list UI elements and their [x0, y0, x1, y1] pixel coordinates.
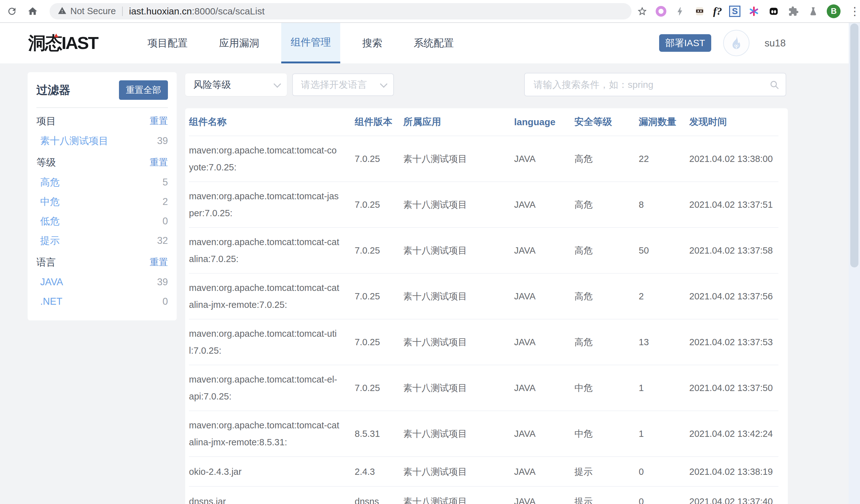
- filter-sidebar: 过滤器 重置全部 项目 重置 素十八测试项目 39 等级 重置 高危 5 中危 …: [28, 72, 177, 320]
- column-header: 组件版本: [355, 115, 403, 128]
- extension-ring-icon[interactable]: [656, 6, 666, 17]
- cell-found-time: 2021.04.02 13:37:58: [689, 242, 778, 259]
- filter-item-link[interactable]: 中危: [40, 195, 60, 208]
- cell-component-name: maven:org.apache.tomcat:tomcat-catalina-…: [189, 417, 355, 451]
- cell-application: 素十八测试项目: [403, 242, 514, 259]
- address-separator: [122, 6, 123, 16]
- page-scrollbar-track[interactable]: [849, 23, 860, 504]
- filter-section-level: 等级 重置 高危 5 中危 2 低危 0 提示 32: [37, 153, 168, 250]
- filter-section-reset-link[interactable]: 重置: [150, 256, 168, 269]
- browser-toolbar: Not Secure iast.huoxian.cn:8000/sca/scaL…: [0, 0, 860, 23]
- cell-component-version: 7.0.25: [355, 334, 403, 350]
- filter-item-count: 0: [162, 216, 168, 227]
- filter-item-count: 0: [162, 296, 168, 307]
- extension-fq-icon[interactable]: f?: [713, 5, 722, 17]
- reload-icon[interactable]: [6, 5, 18, 18]
- table-header-row: 组件名称组件版本所属应用language安全等级漏洞数量发现时间: [189, 108, 778, 136]
- filter-item-link[interactable]: .NET: [40, 296, 62, 307]
- url-path: :8000/sca/scaList: [192, 6, 264, 16]
- filter-item: 高危 5: [37, 173, 168, 192]
- page-scrollbar-thumb[interactable]: [850, 24, 858, 268]
- language-select[interactable]: 请选择开发语言: [292, 73, 394, 96]
- browser-profile-avatar[interactable]: B: [827, 4, 841, 18]
- browser-menu-icon[interactable]: ⋮: [849, 6, 860, 17]
- cell-language: JAVA: [514, 463, 574, 480]
- filter-section-label: 项目: [37, 115, 56, 128]
- risk-level-select[interactable]: 风险等级: [185, 73, 287, 96]
- cell-component-version: 7.0.25: [355, 150, 403, 167]
- cell-application: 素十八测试项目: [403, 150, 514, 167]
- not-secure-warning-icon[interactable]: [58, 6, 67, 16]
- user-avatar[interactable]: [723, 30, 749, 56]
- table-row[interactable]: maven:org.apache.tomcat:tomcat-catalina:…: [189, 227, 778, 273]
- table-row[interactable]: dnsns.jar dnsns 素十八测试项目 JAVA 提示 0 2021.0…: [189, 486, 778, 504]
- cell-found-time: 2021.04.02 13:37:51: [689, 196, 778, 213]
- cell-vuln-count: 8: [639, 196, 689, 213]
- filter-item-link[interactable]: 低危: [40, 215, 60, 228]
- table-row[interactable]: maven:org.apache.tomcat:tomcat-coyote:7.…: [189, 136, 778, 182]
- filter-item-link[interactable]: JAVA: [40, 276, 63, 288]
- table-row[interactable]: maven:org.apache.tomcat:tomcat-catalina-…: [189, 273, 778, 319]
- cell-application: 素十八测试项目: [403, 334, 514, 350]
- cell-security-level: 提示: [574, 493, 639, 504]
- filter-section-reset-link[interactable]: 重置: [150, 115, 168, 127]
- nav-tab-component-mgmt[interactable]: 组件管理: [281, 23, 340, 63]
- username-label[interactable]: su18: [764, 23, 786, 63]
- extension-pinwheel-icon[interactable]: [748, 5, 760, 18]
- cell-security-level: 中危: [574, 425, 639, 442]
- filter-item-count: 32: [157, 235, 168, 246]
- search-box: [524, 73, 786, 96]
- cell-found-time: 2021.04.02 13:37:50: [689, 379, 778, 397]
- table-row[interactable]: maven:org.apache.tomcat:tomcat-el-api:7.…: [189, 365, 778, 411]
- cell-component-version: 7.0.25: [355, 242, 403, 259]
- cell-application: 素十八测试项目: [403, 379, 514, 397]
- nav-tab-system-config[interactable]: 系统配置: [404, 23, 463, 63]
- deploy-iast-button[interactable]: 部署IAST: [659, 34, 711, 52]
- table-row[interactable]: maven:org.apache.tomcat:tomcat-catalina-…: [189, 411, 778, 456]
- extension-puzzle-icon[interactable]: [787, 5, 800, 18]
- filter-section-reset-link[interactable]: 重置: [150, 156, 168, 169]
- cell-vuln-count: 0: [639, 493, 689, 504]
- extension-lightning-icon[interactable]: [674, 5, 686, 18]
- app-logo[interactable]: 洞态IAST: [28, 23, 98, 63]
- cell-vuln-count: 2: [639, 288, 689, 305]
- cell-component-name: maven:org.apache.tomcat:tomcat-util:7.0.…: [189, 325, 355, 359]
- column-header: 组件名称: [189, 115, 355, 128]
- nav-tab-search[interactable]: 搜索: [353, 23, 392, 63]
- bookmark-star-icon[interactable]: [636, 5, 648, 18]
- table-row[interactable]: maven:org.apache.tomcat:tomcat-util:7.0.…: [189, 319, 778, 365]
- filter-section-items: 素十八测试项目 39: [37, 131, 168, 150]
- extension-robot-face-icon[interactable]: [693, 5, 706, 18]
- cell-application: 素十八测试项目: [403, 463, 514, 480]
- nav-tab-app-vulns[interactable]: 应用漏洞: [210, 23, 269, 63]
- address-bar[interactable]: Not Secure iast.huoxian.cn:8000/sca/scaL…: [49, 3, 631, 19]
- filter-item: 中危 2: [37, 192, 168, 212]
- cell-component-name: maven:org.apache.tomcat:tomcat-catalina-…: [189, 279, 355, 313]
- filter-item-link[interactable]: 素十八测试项目: [40, 134, 108, 147]
- extension-s-icon[interactable]: S: [729, 6, 741, 17]
- cell-found-time: 2021.04.02 13:37:40: [689, 493, 778, 504]
- cell-component-name: maven:org.apache.tomcat:tomcat-catalina:…: [189, 233, 355, 268]
- cell-component-name: maven:org.apache.tomcat:tomcat-el-api:7.…: [189, 371, 355, 405]
- cell-security-level: 提示: [574, 463, 639, 480]
- home-icon[interactable]: [26, 5, 39, 18]
- nav-tab-project-config[interactable]: 项目配置: [138, 23, 197, 63]
- extension-strip: f? S B ⋮: [636, 4, 860, 18]
- not-secure-label: Not Secure: [70, 6, 116, 16]
- cell-found-time: 2021.04.02 13:42:24: [689, 425, 778, 442]
- extension-mask-icon[interactable]: [768, 5, 780, 18]
- filter-item-link[interactable]: 高危: [40, 176, 60, 189]
- search-icon[interactable]: [769, 80, 779, 90]
- cell-language: JAVA: [514, 425, 574, 442]
- extension-flask-icon[interactable]: [807, 5, 819, 18]
- cell-language: JAVA: [514, 150, 574, 167]
- reset-all-button[interactable]: 重置全部: [119, 80, 168, 100]
- cell-security-level: 高危: [574, 150, 639, 167]
- table-row[interactable]: okio-2.4.3.jar 2.4.3 素十八测试项目 JAVA 提示 0 2…: [189, 456, 778, 486]
- filter-item-link[interactable]: 提示: [40, 234, 60, 247]
- table-row[interactable]: maven:org.apache.tomcat:tomcat-jasper:7.…: [189, 182, 778, 227]
- cell-application: 素十八测试项目: [403, 425, 514, 442]
- cell-component-name: maven:org.apache.tomcat:tomcat-coyote:7.…: [189, 142, 355, 176]
- search-input[interactable]: [533, 79, 769, 90]
- cell-component-version: 7.0.25: [355, 288, 403, 305]
